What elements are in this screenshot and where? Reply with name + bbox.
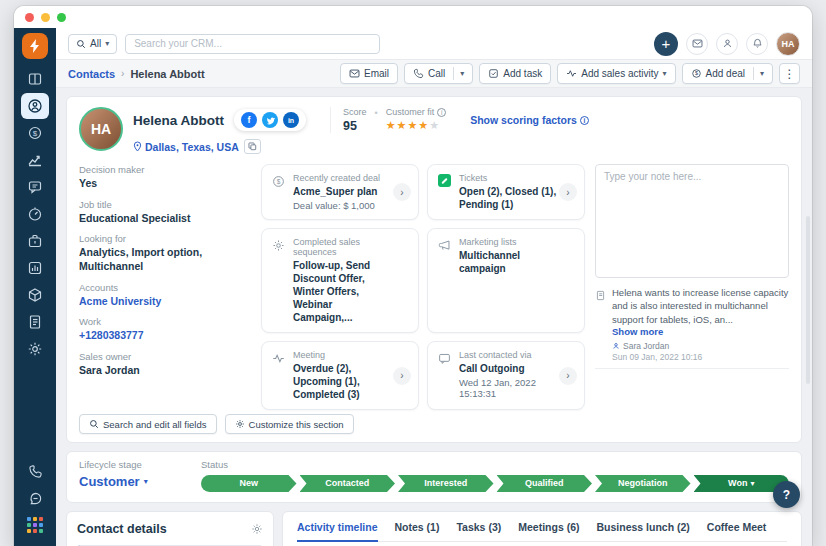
freshsales-logo[interactable] bbox=[22, 33, 48, 59]
chevron-down-icon: ▾ bbox=[105, 39, 109, 48]
user-account-icon[interactable] bbox=[716, 33, 738, 55]
stage-negotiation[interactable]: Negotiation bbox=[595, 475, 691, 492]
show-scoring-factors-link[interactable]: Show scoring factorsi bbox=[470, 114, 589, 126]
add-task-button[interactable]: Add task bbox=[479, 63, 551, 84]
notifications-bell-icon[interactable] bbox=[746, 33, 768, 55]
score-block: Score 95 • Customer fiti ★★★★★ bbox=[330, 107, 446, 133]
activity-pulse-icon bbox=[566, 68, 577, 79]
info-icon[interactable]: i bbox=[437, 108, 446, 117]
contact-details-title: Contact details bbox=[77, 522, 167, 536]
sidebar-item-documents-icon[interactable] bbox=[21, 309, 49, 335]
svg-text:$: $ bbox=[277, 178, 281, 185]
search-scope-dropdown[interactable]: All ▾ bbox=[68, 34, 117, 54]
tab-business-lunch[interactable]: Business lunch (2) bbox=[596, 512, 689, 542]
status-label: Status bbox=[201, 459, 789, 470]
lifecycle-stage-dropdown[interactable]: Customer▾ bbox=[79, 474, 175, 489]
twitter-icon[interactable] bbox=[262, 112, 278, 128]
tab-tasks[interactable]: Tasks (3) bbox=[456, 512, 501, 542]
chevron-down-icon: ▾ bbox=[144, 477, 148, 486]
tab-coffee-meet[interactable]: Coffee Meet bbox=[707, 512, 767, 542]
sidebar-item-deals-icon[interactable]: $ bbox=[21, 120, 49, 146]
sidebar-item-contacts-icon[interactable] bbox=[21, 93, 49, 119]
minimize-window-icon[interactable] bbox=[41, 13, 50, 22]
sidebar-item-products-icon[interactable] bbox=[21, 228, 49, 254]
maximize-window-icon[interactable] bbox=[57, 13, 66, 22]
sequence-icon bbox=[272, 238, 285, 324]
stage-new[interactable]: New bbox=[201, 475, 297, 492]
call-button[interactable]: Call▾ bbox=[404, 63, 473, 84]
last-contacted-card[interactable]: Last contacted viaCall OutgoingWed 12 Ja… bbox=[427, 341, 585, 410]
work-phone-link[interactable]: +1280383777 bbox=[79, 329, 251, 343]
sidebar-item-reports-icon[interactable] bbox=[21, 255, 49, 281]
sidebar-item-analytics-icon[interactable] bbox=[21, 147, 49, 173]
phone-dialer-icon[interactable] bbox=[21, 458, 49, 484]
sales-sequences-card: Completed sales sequencesFollow-up, Send… bbox=[261, 228, 419, 333]
sidebar-item-dashboard-icon[interactable] bbox=[21, 201, 49, 227]
tab-meetings[interactable]: Meetings (6) bbox=[518, 512, 579, 542]
contact-details-panel: Contact details Activities Contact field… bbox=[66, 511, 274, 546]
chevron-right-icon[interactable]: › bbox=[559, 183, 577, 201]
deal-dollar-icon: $ bbox=[691, 68, 702, 79]
lifecycle-stage-label: Lifecycle stage bbox=[79, 459, 175, 470]
customize-section-button[interactable]: Customize this section bbox=[225, 414, 354, 434]
task-icon bbox=[488, 68, 499, 79]
chat-bubble-icon bbox=[438, 351, 451, 401]
stage-interested[interactable]: Interested bbox=[398, 475, 494, 492]
account-link[interactable]: Acme University bbox=[79, 295, 251, 309]
gear-icon[interactable] bbox=[251, 523, 263, 535]
search-edit-fields-button[interactable]: Search and edit all fields bbox=[79, 414, 217, 434]
chevron-down-icon: ▾ bbox=[662, 69, 666, 78]
recently-created-deal-card[interactable]: $ Recently created dealAcme_Super planDe… bbox=[261, 164, 419, 220]
sidebar-item-kanban-icon[interactable] bbox=[21, 66, 49, 92]
linkedin-icon[interactable]: in bbox=[283, 112, 299, 128]
mac-titlebar bbox=[14, 6, 812, 28]
tab-activity-timeline[interactable]: Activity timeline bbox=[297, 512, 378, 542]
scrollbar[interactable] bbox=[806, 216, 810, 384]
search-input[interactable] bbox=[125, 34, 380, 54]
svg-text:$: $ bbox=[694, 70, 697, 76]
chevron-right-icon[interactable]: › bbox=[393, 367, 411, 385]
chat-support-icon[interactable] bbox=[21, 485, 49, 511]
breadcrumb-current: Helena Abbott bbox=[130, 68, 204, 80]
tab-notes[interactable]: Notes (1) bbox=[395, 512, 440, 542]
star-icon: ★ bbox=[407, 119, 418, 131]
chevron-right-icon[interactable]: › bbox=[559, 367, 577, 385]
meeting-card[interactable]: MeetingOverdue (2), Upcoming (1), Comple… bbox=[261, 341, 419, 410]
tickets-card[interactable]: TicketsOpen (2), Closed (1), Pending (1)… bbox=[427, 164, 585, 220]
stage-contacted[interactable]: Contacted bbox=[300, 475, 396, 492]
email-inbox-icon[interactable] bbox=[686, 33, 708, 55]
sidebar-item-settings-icon[interactable] bbox=[21, 336, 49, 362]
star-icon: ★ bbox=[397, 119, 408, 131]
chevron-down-icon: ▾ bbox=[750, 479, 754, 488]
add-sales-activity-button[interactable]: Add sales activity▾ bbox=[557, 63, 675, 84]
dot-separator: • bbox=[375, 108, 378, 118]
chevron-right-icon[interactable]: › bbox=[393, 183, 411, 201]
more-options-button[interactable]: ⋮ bbox=[779, 63, 800, 84]
close-window-icon[interactable] bbox=[25, 13, 34, 22]
apps-marketplace-icon[interactable] bbox=[21, 512, 49, 538]
help-button[interactable]: ? bbox=[773, 481, 800, 508]
show-more-link[interactable]: Show more bbox=[612, 326, 789, 337]
sidebar-item-conversations-icon[interactable] bbox=[21, 174, 49, 200]
note-input[interactable] bbox=[595, 164, 789, 278]
search-scope-label: All bbox=[90, 38, 101, 49]
add-deal-button[interactable]: $Add deal▾ bbox=[682, 63, 774, 84]
copy-icon[interactable] bbox=[244, 139, 261, 154]
add-deal-dropdown-icon[interactable]: ▾ bbox=[760, 69, 764, 78]
note-doc-icon bbox=[595, 287, 606, 362]
sidebar-item-packages-icon[interactable] bbox=[21, 282, 49, 308]
breadcrumb-action-row: Contacts › Helena Abbott Email Call▾ Add… bbox=[56, 60, 812, 88]
call-dropdown-icon[interactable]: ▾ bbox=[460, 69, 464, 78]
phone-icon bbox=[413, 68, 424, 79]
contact-location-link[interactable]: Dallas, Texas, USA bbox=[133, 141, 239, 153]
contact-fields-column: Decision makerYes Job titleEducational S… bbox=[79, 164, 251, 410]
stage-qualified[interactable]: Qualified bbox=[497, 475, 593, 492]
breadcrumb-contacts-link[interactable]: Contacts bbox=[68, 68, 115, 80]
quick-add-button[interactable]: + bbox=[654, 32, 678, 56]
facebook-icon[interactable]: f bbox=[241, 112, 257, 128]
gear-icon bbox=[235, 419, 245, 429]
deal-dollar-icon: $ bbox=[272, 174, 285, 211]
person-icon bbox=[612, 342, 620, 350]
profile-avatar[interactable]: HA bbox=[776, 32, 800, 56]
email-button[interactable]: Email bbox=[340, 63, 398, 84]
